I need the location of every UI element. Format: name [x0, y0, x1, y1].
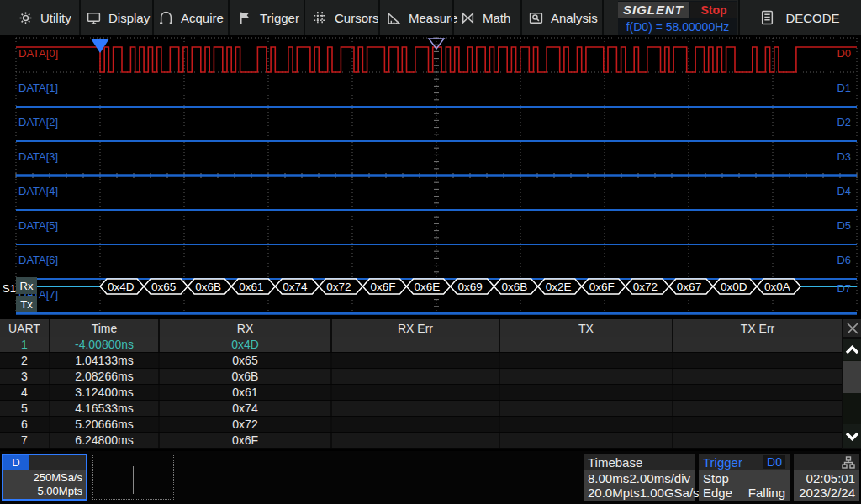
- memory-depth-value: 5.00Mpts: [38, 485, 82, 498]
- decode-frame-value: 0x74: [283, 281, 308, 293]
- magnifier-doc-icon: [529, 11, 543, 25]
- add-channel-button[interactable]: [92, 454, 174, 500]
- decode-frame-value: 0x2E: [546, 281, 572, 293]
- menu-acquire[interactable]: Acquire: [159, 0, 224, 35]
- decode-tx-chip[interactable]: Tx: [16, 296, 37, 312]
- crosshair-grid-icon: [313, 11, 327, 25]
- trigger-slope: Falling: [748, 486, 785, 500]
- close-icon[interactable]: [843, 319, 861, 337]
- clock-date: 2023/2/24: [799, 486, 855, 500]
- table-row[interactable]: 43.12400ms0x61: [0, 385, 842, 401]
- siglent-logo: SIGLENT: [618, 2, 689, 18]
- decode-frame-value: 0x6B: [502, 281, 528, 293]
- acquisition-info: 250MSa/s 5.00Mpts: [3, 470, 86, 499]
- decode-title-label: DECODE: [785, 11, 839, 25]
- timebase-scale: 2.00ms/div: [629, 471, 690, 486]
- table-cell-rx_err: [332, 401, 500, 416]
- table-cell-time: 5.20666ms: [50, 417, 160, 432]
- trigger-state: Stop: [703, 471, 729, 486]
- run-state-badge[interactable]: Stop: [690, 2, 737, 18]
- gate-icon: [159, 11, 173, 25]
- table-cell-time: 6.24800ms: [50, 433, 160, 448]
- decode-frame-value: 0x6E: [414, 281, 440, 293]
- table-cell-n: 2: [0, 353, 50, 368]
- set-square-icon: [387, 11, 401, 25]
- menu-analysis[interactable]: Analysis: [529, 0, 598, 35]
- table-cell-rx_err: [332, 337, 500, 352]
- table-row[interactable]: 32.08266ms0x6B: [0, 369, 842, 385]
- channel-label-data1[interactable]: DATA[1]: [18, 81, 58, 94]
- table-cell-tx_err: [673, 433, 842, 448]
- table-cell-rx: 0x72: [160, 417, 332, 432]
- scrollbar-thumb[interactable]: [843, 361, 861, 393]
- table-cell-rx_err: [332, 385, 500, 400]
- table-cell-rx_err: [332, 369, 500, 384]
- channel-label-data5[interactable]: DATA[5]: [18, 219, 58, 232]
- timebase-box[interactable]: Timebase 8.00ms 2.00ms/div 20.0Mpts 1.00…: [584, 454, 695, 501]
- trigger-box[interactable]: Trigger D0 Stop Edge Falling: [699, 454, 790, 501]
- table-row[interactable]: 65.20666ms0x72: [0, 417, 842, 433]
- table-row[interactable]: 21.04133ms0x65: [0, 353, 842, 369]
- table-cell-tx_err: [673, 385, 842, 400]
- table-row[interactable]: 1-4.00800ns0x4D: [0, 337, 842, 353]
- decode-dialog-title[interactable]: DECODE: [740, 0, 861, 35]
- menu-label: Display: [108, 11, 150, 25]
- channel-label-data6[interactable]: DATA[6]: [18, 254, 58, 266]
- trigger-source-badge: D0: [763, 455, 785, 469]
- digital-channel-box[interactable]: D 250MSa/s 5.00Mpts: [2, 454, 87, 501]
- menu-utility[interactable]: Utility: [18, 0, 71, 35]
- channel-label-data4[interactable]: DATA[4]: [18, 185, 58, 197]
- menu-label: Trigger: [260, 11, 299, 25]
- table-cell-tx_err: [673, 417, 842, 432]
- table-cell-time: 3.12400ms: [50, 385, 160, 400]
- channel-label-data0[interactable]: DATA[0]: [18, 47, 58, 60]
- table-cell-n: 5: [0, 401, 50, 416]
- bus-label-d7: D7: [827, 282, 851, 295]
- menu-trigger[interactable]: Trigger: [238, 0, 299, 35]
- bowtie-icon: [461, 11, 475, 25]
- menu-measure[interactable]: Measure: [387, 0, 457, 35]
- plus-icon: [133, 466, 134, 494]
- flag-icon: [238, 11, 252, 25]
- menu-separator: [520, 0, 522, 35]
- brand-status-box: SIGLENT Stop f(D0) = 58.00000Hz: [618, 1, 737, 35]
- table-cell-tx: [500, 433, 673, 448]
- menu-label: Cursors: [335, 11, 379, 25]
- decode-frame-value: 0x0A: [764, 281, 790, 293]
- timebase-title: Timebase: [588, 455, 642, 470]
- decode-frame-value: 0x6F: [370, 281, 395, 293]
- timebase-delay: 8.00ms: [588, 471, 629, 486]
- col-header-uart: UART: [0, 319, 50, 337]
- menu-separator: [228, 0, 230, 35]
- digital-tab[interactable]: D: [3, 455, 29, 470]
- scroll-down-button[interactable]: [843, 424, 861, 448]
- decode-rx-chip[interactable]: Rx: [16, 277, 37, 294]
- plus-icon: [112, 480, 156, 480]
- clock-box[interactable]: 02:05:01 2023/2/24: [794, 454, 859, 501]
- table-row[interactable]: 76.24800ms0x6F: [0, 433, 842, 449]
- col-header-tx: TX: [500, 319, 673, 337]
- gear-icon: [18, 11, 33, 25]
- bottom-status-bar: D 250MSa/s 5.00Mpts Timebase 8.00ms 2.00…: [0, 451, 861, 504]
- timebase-samplerate: 1.00GSa/s: [640, 486, 700, 500]
- table-cell-time: 4.16533ms: [50, 401, 160, 416]
- table-cell-rx: 0x61: [160, 385, 332, 400]
- channel-label-data2[interactable]: DATA[2]: [18, 116, 58, 129]
- trigger-position-marker[interactable]: [91, 39, 109, 53]
- channel-label-data3[interactable]: DATA[3]: [18, 150, 58, 163]
- menu-cursors[interactable]: Cursors: [313, 0, 379, 35]
- bus-label-d5: D5: [827, 219, 851, 232]
- menu-label: Analysis: [551, 11, 598, 25]
- menu-label: Acquire: [181, 11, 224, 25]
- table-cell-n: 3: [0, 369, 50, 384]
- col-header-rx: RX: [160, 319, 332, 337]
- table-cell-tx: [500, 337, 673, 352]
- menu-display[interactable]: Display: [87, 0, 150, 35]
- bus-label-d0: D0: [827, 47, 851, 60]
- table-row[interactable]: 54.16533ms0x74: [0, 401, 842, 417]
- menu-label: Measure: [409, 11, 457, 25]
- menu-math[interactable]: Math: [461, 0, 510, 35]
- table-cell-tx: [500, 417, 673, 432]
- decode-frame-value: 0x72: [633, 281, 658, 293]
- scroll-up-button[interactable]: [843, 339, 861, 360]
